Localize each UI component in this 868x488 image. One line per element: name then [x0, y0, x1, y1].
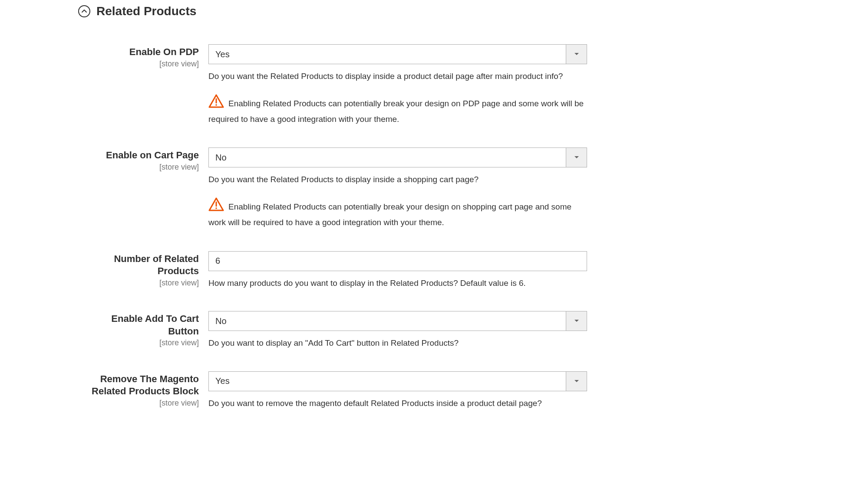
enable-pdp-warning-text: Enabling Related Products can potentiall…: [208, 98, 584, 124]
select-arrow-box: [566, 148, 587, 167]
number-related-input[interactable]: [208, 251, 587, 271]
chevron-up-icon: [81, 8, 87, 14]
number-related-label: Number of Related Products: [78, 253, 199, 278]
enable-pdp-value: Yes: [209, 49, 566, 59]
field-value-col: Yes Do you want to remove the magento de…: [208, 371, 587, 410]
field-value-col: No Do you want to display an "Add To Car…: [208, 311, 587, 350]
field-enable-cart: Enable on Cart Page [store view] No Do y…: [78, 147, 790, 229]
number-related-helper: How many products do you want to display…: [208, 277, 587, 290]
svg-point-3: [215, 207, 217, 209]
field-remove-magento: Remove The Magento Related Products Bloc…: [78, 371, 790, 410]
enable-pdp-label: Enable On PDP: [78, 46, 199, 59]
enable-cart-value: No: [209, 153, 566, 163]
field-value-col: Yes Do you want the Related Products to …: [208, 44, 587, 126]
select-arrow-box: [566, 372, 587, 391]
enable-pdp-helper: Do you want the Related Products to disp…: [208, 70, 587, 83]
field-label-col: Remove The Magento Related Products Bloc…: [78, 371, 208, 408]
number-related-scope: [store view]: [78, 278, 199, 288]
section-title: Related Products: [96, 4, 196, 18]
enable-add-cart-scope: [store view]: [78, 338, 199, 347]
collapse-toggle-icon[interactable]: [78, 5, 90, 17]
svg-point-1: [215, 104, 217, 106]
warning-icon: [208, 197, 224, 215]
enable-cart-label: Enable on Cart Page: [78, 149, 199, 162]
field-label-col: Enable On PDP [store view]: [78, 44, 208, 69]
section-header: Related Products: [78, 4, 790, 18]
warning-icon: [208, 94, 224, 112]
remove-magento-helper: Do you want to remove the magento defaul…: [208, 397, 587, 410]
enable-cart-select[interactable]: No: [208, 147, 587, 167]
remove-magento-label: Remove The Magento Related Products Bloc…: [78, 373, 199, 398]
enable-add-cart-label: Enable Add To Cart Button: [78, 313, 199, 337]
chevron-down-icon: [574, 380, 579, 383]
remove-magento-value: Yes: [209, 376, 566, 386]
enable-cart-scope: [store view]: [78, 163, 199, 172]
enable-cart-warning-text: Enabling Related Products can potentiall…: [208, 202, 571, 227]
enable-pdp-scope: [store view]: [78, 59, 199, 69]
remove-magento-scope: [store view]: [78, 399, 199, 408]
field-value-col: How many products do you want to display…: [208, 251, 587, 290]
chevron-down-icon: [574, 156, 579, 159]
enable-pdp-select[interactable]: Yes: [208, 44, 587, 64]
field-enable-pdp: Enable On PDP [store view] Yes Do you wa…: [78, 44, 790, 126]
enable-add-cart-helper: Do you want to display an "Add To Cart" …: [208, 337, 587, 350]
select-arrow-box: [566, 311, 587, 331]
remove-magento-select[interactable]: Yes: [208, 371, 587, 391]
enable-add-cart-select[interactable]: No: [208, 311, 587, 331]
enable-cart-helper: Do you want the Related Products to disp…: [208, 174, 587, 186]
enable-cart-warning: Enabling Related Products can potentiall…: [208, 198, 587, 229]
field-label-col: Enable Add To Cart Button [store view]: [78, 311, 208, 347]
enable-add-cart-value: No: [209, 316, 566, 326]
field-enable-add-cart: Enable Add To Cart Button [store view] N…: [78, 311, 790, 350]
enable-pdp-warning: Enabling Related Products can potentiall…: [208, 95, 587, 126]
field-label-col: Number of Related Products [store view]: [78, 251, 208, 288]
field-label-col: Enable on Cart Page [store view]: [78, 147, 208, 172]
field-number-related: Number of Related Products [store view] …: [78, 251, 790, 290]
select-arrow-box: [566, 45, 587, 64]
field-value-col: No Do you want the Related Products to d…: [208, 147, 587, 229]
chevron-down-icon: [574, 319, 579, 323]
chevron-down-icon: [574, 52, 579, 56]
